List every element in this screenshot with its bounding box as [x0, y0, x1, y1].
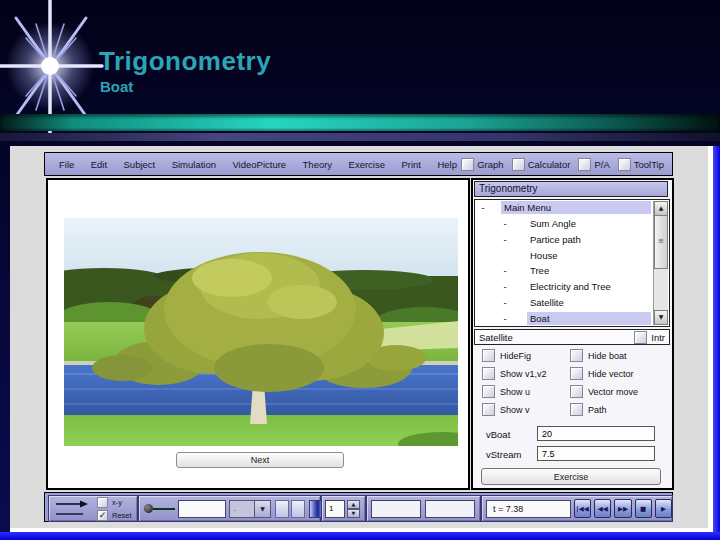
panel-title: Trigonometry [474, 181, 668, 197]
show-v1v2-checkbox[interactable] [482, 367, 495, 380]
rewind-button[interactable]: ◀◀ [594, 499, 611, 518]
time-display: t = 7.38 [486, 500, 571, 518]
stop-button[interactable]: ■ [635, 499, 652, 518]
scroll-up-icon[interactable]: ▲ [654, 201, 668, 216]
tree-label: Main Menu [501, 201, 651, 214]
tree-item-sum-angle[interactable]: -Sum Angle [475, 216, 653, 232]
reset-label: Reset [112, 511, 132, 520]
dropdown-value: . [230, 504, 254, 513]
tree-dash: - [501, 265, 509, 276]
playback-segment: t = 7.38 |◀◀ ◀◀ ▶▶ ■ ▶ [481, 495, 673, 522]
menu-item-theory[interactable]: Theory [303, 159, 333, 170]
tree-item-house[interactable]: House [475, 247, 653, 263]
hide-vector-label: Hide vector [588, 369, 634, 379]
page-title: Trigonometry [99, 46, 271, 77]
vstream-field[interactable] [537, 446, 655, 461]
time-value: t = 7.38 [493, 504, 523, 514]
teal-divider-band [0, 114, 720, 131]
xy-checkbox[interactable] [97, 497, 108, 508]
readout-segment [366, 495, 481, 522]
tooltip-toggle-label: ToolTip [634, 159, 664, 170]
show-u-checkbox[interactable] [482, 385, 495, 398]
path-checkbox[interactable] [570, 403, 583, 416]
show-v-checkbox[interactable] [482, 403, 495, 416]
dropdown-arrow-icon[interactable]: ▼ [254, 501, 270, 517]
exercise-button[interactable]: Exercise [481, 468, 661, 485]
tree-item-tree[interactable]: -Tree [475, 263, 653, 279]
satellite-section-header: Satellite Intr [474, 329, 670, 345]
reset-checkbox[interactable]: ✓ [97, 510, 108, 521]
menu-item-file[interactable]: File [59, 159, 74, 170]
hide-boat-checkbox[interactable] [570, 349, 583, 362]
menu-item-print[interactable]: Print [401, 159, 421, 170]
spinner-down-icon[interactable]: ▼ [347, 509, 360, 518]
tree-scrollbar[interactable]: ▲ ≡ ▼ [653, 201, 668, 325]
step-spinner-segment: ▲ ▼ [321, 495, 366, 522]
menu-item-exercise[interactable]: Exercise [349, 159, 385, 170]
graph-checkbox[interactable] [461, 158, 474, 171]
hide-boat-label: Hide boat [588, 351, 627, 361]
tree-dash: - [501, 234, 509, 245]
fast-forward-button[interactable]: ▶▶ [614, 499, 631, 518]
toolbar-button-2[interactable] [291, 500, 305, 518]
slider-track[interactable] [153, 508, 175, 510]
hidefig-checkbox[interactable] [482, 349, 495, 362]
calculator-checkbox[interactable] [512, 158, 525, 171]
slider-knob[interactable] [144, 504, 153, 513]
tree-label: Boat [527, 312, 651, 325]
topic-tree: -Main Menu -Sum Angle -Partice path Hous… [474, 199, 670, 327]
step-spinner-input[interactable] [325, 500, 345, 518]
intr-checkbox[interactable] [634, 331, 647, 344]
xy-label: x-y [112, 498, 122, 507]
menu-item-help[interactable]: Help [437, 159, 457, 170]
vector-arrow-icon[interactable] [53, 499, 91, 519]
tree-item-electricity-and-tree[interactable]: -Electricity and Tree [475, 279, 653, 295]
tree-label: House [527, 249, 560, 262]
menu-item-edit[interactable]: Edit [91, 159, 107, 170]
tree-dash: - [501, 281, 509, 292]
scroll-thumb[interactable]: ≡ [654, 215, 668, 269]
mode-dropdown[interactable]: . ▼ [229, 500, 271, 518]
tree-dash: - [479, 202, 487, 213]
path-label: Path [588, 405, 607, 415]
menu-toggles: Graph Calculator P/A ToolTip [461, 158, 664, 171]
page-subtitle: Boat [100, 78, 133, 95]
right-blue-accent [713, 146, 720, 540]
speed-control-segment: . ▼ [138, 495, 321, 522]
tree-item-boat[interactable]: -Boat [475, 310, 653, 326]
pa-toggle-label: P/A [594, 159, 609, 170]
next-button[interactable]: Next [176, 452, 344, 468]
skip-start-button[interactable]: |◀◀ [574, 499, 591, 518]
pa-checkbox[interactable] [578, 158, 591, 171]
section-title: Satellite [479, 332, 513, 343]
simulation-toolbar: x-y ✓Reset . ▼ ▲ ▼ t = 7.38 |◀◀ ◀◀ ▶▶ ■ … [44, 492, 673, 522]
tooltip-checkbox[interactable] [618, 158, 631, 171]
check-icon: ✓ [98, 511, 107, 520]
tree-item-partice-path[interactable]: -Partice path [475, 232, 653, 248]
spinner-up-icon[interactable]: ▲ [347, 500, 360, 509]
vboat-field[interactable] [537, 426, 655, 441]
calculator-toggle-label: Calculator [528, 159, 571, 170]
hide-vector-checkbox[interactable] [570, 367, 583, 380]
scroll-down-icon[interactable]: ▼ [654, 310, 668, 325]
tree-item-satellite[interactable]: -Satellite [475, 295, 653, 311]
tree-label: Satellite [527, 296, 567, 309]
menu-item-simulation[interactable]: Simulation [172, 159, 216, 170]
vstream-label: vStream [486, 449, 521, 460]
play-button[interactable]: ▶ [655, 499, 672, 518]
menu-bar: File Edit Subject Simulation VideoPictur… [44, 152, 673, 176]
menu-item-subject[interactable]: Subject [124, 159, 156, 170]
show-v-label: Show v [500, 405, 530, 415]
vector-move-checkbox[interactable] [570, 385, 583, 398]
menu-item-videopicture[interactable]: VideoPicture [232, 159, 286, 170]
tree-item-main-menu[interactable]: -Main Menu [475, 200, 653, 216]
tree-dash: - [501, 297, 509, 308]
tree-label: Electricity and Tree [527, 280, 614, 293]
tree-label: Tree [527, 264, 552, 277]
show-v1v2-label: Show v1,v2 [500, 369, 547, 379]
toolbar-button-1[interactable] [275, 500, 289, 518]
menu-items: File Edit Subject Simulation VideoPictur… [59, 159, 457, 170]
tree-label: Sum Angle [527, 217, 579, 230]
option-checkboxes: HideFig Hide boat Show v1,v2 Hide vector… [482, 350, 666, 424]
speed-value-box[interactable] [178, 500, 226, 518]
